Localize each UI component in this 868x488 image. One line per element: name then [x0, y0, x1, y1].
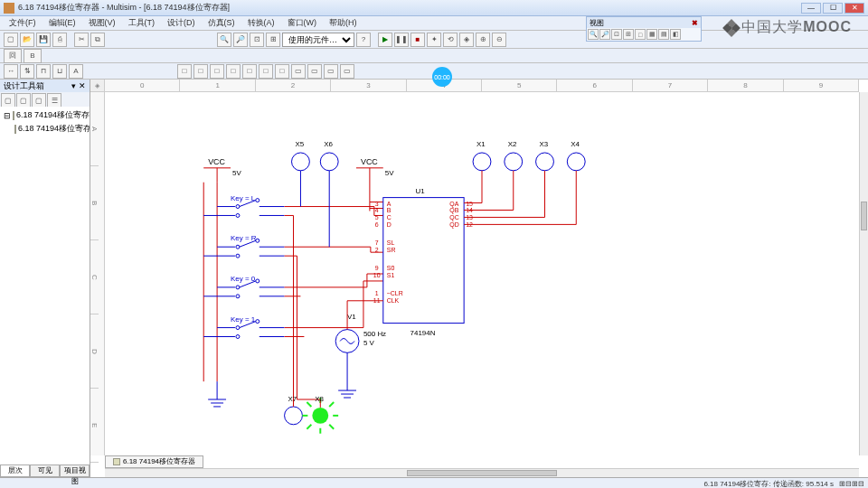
design-toolbox: 设计工具箱 ▾ ✕ ▢ ▢ ▢ ☰ ⊟6.18 74194移位寄存器 6.18 …: [0, 80, 90, 477]
comp-button[interactable]: ↔: [4, 64, 18, 79]
svg-point-11: [236, 205, 240, 209]
close-button[interactable]: ✕: [844, 3, 864, 14]
tool-button[interactable]: ◈: [459, 33, 474, 47]
view-panel[interactable]: 视图✖ 🔍 🔎 ⊡ ⊞ □ ▦ ▤ ◧: [586, 16, 702, 42]
comp-button[interactable]: □: [193, 64, 208, 79]
zoom-button[interactable]: ⊞: [623, 29, 634, 40]
zoom-area-button[interactable]: ⊞: [266, 33, 280, 47]
zoom-fit-button[interactable]: ⊡: [250, 33, 264, 47]
minimize-button[interactable]: —: [801, 3, 821, 14]
toolbox-close-icon[interactable]: ▾ ✕: [71, 81, 86, 90]
zoom-button[interactable]: ▦: [646, 29, 657, 40]
scroll-thumb[interactable]: [407, 470, 558, 476]
svg-line-142: [307, 425, 311, 429]
svg-point-29: [256, 279, 259, 283]
menu-edit[interactable]: 编辑(E): [43, 16, 81, 30]
tree-button[interactable]: ▢: [32, 93, 46, 108]
status-bar: 6.18 74194移位寄存: 传递函数: 95.514 s ⊞⊟⊞⊟: [0, 477, 868, 488]
scroll-thumb[interactable]: [861, 202, 867, 230]
svg-text:SR: SR: [387, 247, 396, 253]
menu-simulate[interactable]: 仿真(S): [203, 16, 241, 30]
tree-view[interactable]: ⊟6.18 74194移位寄存器 6.18 74194移位寄存器: [0, 107, 90, 465]
tab-project[interactable]: 项目视图: [60, 465, 90, 477]
comp-button[interactable]: ⊔: [52, 64, 67, 79]
sim-pause-button[interactable]: ❚❚: [394, 33, 409, 47]
cut-button[interactable]: ✂: [74, 33, 89, 47]
sim-run-button[interactable]: ▶: [378, 33, 392, 47]
zoom-out-button[interactable]: 🔎: [233, 33, 248, 47]
horizontal-scrollbar[interactable]: [105, 468, 859, 477]
menu-window[interactable]: 窗口(W): [282, 16, 323, 30]
status-grid: ⊞⊟⊞⊟: [839, 480, 864, 488]
tool-button[interactable]: ✦: [427, 33, 441, 47]
tab-hierarchy[interactable]: 层次: [0, 465, 30, 477]
svg-text:Key = 1: Key = 1: [231, 315, 256, 324]
svg-point-64: [292, 153, 310, 171]
zoom-button[interactable]: ◧: [670, 29, 681, 40]
svg-text:X2: X2: [508, 140, 517, 148]
zoom-button[interactable]: ▤: [658, 29, 669, 40]
comp-button[interactable]: ▭: [324, 64, 338, 79]
svg-text:X8: X8: [315, 395, 324, 403]
comp-button[interactable]: □: [210, 64, 224, 79]
menu-file[interactable]: 文件(F): [4, 16, 42, 30]
sim-stop-button[interactable]: ■: [410, 33, 425, 47]
svg-text:Key = R: Key = R: [231, 234, 257, 242]
menu-help[interactable]: 帮助(H): [324, 16, 363, 30]
zoom-button[interactable]: 🔍: [588, 29, 599, 40]
maximize-button[interactable]: ☐: [823, 3, 843, 14]
print-button[interactable]: ⎙: [52, 33, 67, 47]
comp-button[interactable]: ⊓: [36, 64, 51, 79]
new-button[interactable]: ▢: [4, 33, 18, 47]
comp-button[interactable]: □: [242, 64, 257, 79]
refresh-button[interactable]: ?: [356, 33, 371, 47]
copy-button[interactable]: ⧉: [90, 33, 105, 47]
svg-text:CLK: CLK: [387, 297, 400, 304]
tree-button[interactable]: ☰: [47, 93, 61, 108]
menu-design[interactable]: 设计(D): [162, 16, 201, 30]
app-icon: [4, 3, 14, 14]
comp-button[interactable]: ▭: [291, 64, 306, 79]
svg-text:10: 10: [373, 272, 381, 278]
vertical-scrollbar[interactable]: [859, 92, 868, 455]
zoom-button[interactable]: 🔎: [599, 29, 610, 40]
svg-text:B: B: [387, 207, 392, 213]
tree-item[interactable]: ⊟6.18 74194移位寄存器: [2, 108, 88, 122]
save-button[interactable]: 💾: [36, 33, 51, 47]
comp-button[interactable]: □: [177, 64, 192, 79]
comp-button[interactable]: ⇅: [20, 64, 34, 79]
schematic-canvas[interactable]: VCC 5V Key = L Key = R Key = 0 Key = 1: [105, 92, 859, 455]
menu-transfer[interactable]: 转换(A): [242, 16, 280, 30]
svg-point-111: [567, 153, 585, 171]
comp-button[interactable]: □: [259, 64, 273, 79]
menu-tools[interactable]: 工具(T): [123, 16, 161, 30]
open-button[interactable]: 📂: [20, 33, 34, 47]
comp-button[interactable]: □: [275, 64, 289, 79]
tree-button[interactable]: ▢: [16, 93, 31, 108]
sheet-tab[interactable]: 6.18 74194移位寄存器: [105, 455, 203, 468]
tab-visible[interactable]: 可见: [30, 465, 60, 477]
tab-button[interactable]: B: [24, 49, 42, 63]
tool-button[interactable]: ⊕: [476, 33, 490, 47]
tree-button[interactable]: ▢: [1, 93, 15, 108]
tool-button[interactable]: ⊖: [492, 33, 506, 47]
svg-point-40: [236, 335, 240, 339]
component-selector[interactable]: 使用的元件…: [282, 33, 354, 47]
zoom-button[interactable]: □: [635, 29, 646, 40]
menu-view[interactable]: 视图(V): [83, 16, 121, 30]
status-text: 6.18 74194移位寄存: 传递函数: 95.514 s: [703, 479, 834, 488]
svg-point-134: [285, 407, 303, 425]
zoom-button[interactable]: ⊡: [611, 29, 622, 40]
tool-button[interactable]: ⟲: [443, 33, 458, 47]
comp-button[interactable]: □: [226, 64, 241, 79]
comp-button[interactable]: ▭: [307, 64, 322, 79]
zoom-in-button[interactable]: 🔍: [217, 33, 231, 47]
comp-button[interactable]: A: [69, 64, 83, 79]
tree-item[interactable]: 6.18 74194移位寄存器: [2, 122, 88, 136]
panel-close-icon[interactable]: ✖: [692, 19, 698, 27]
svg-text:Key = 0: Key = 0: [231, 275, 256, 283]
comp-button[interactable]: ▭: [340, 64, 354, 79]
title-bar: 6.18 74194移位寄存器 - Multisim - [6.18 74194…: [0, 0, 868, 16]
tab-button[interactable]: 回: [4, 49, 22, 63]
menu-bar: 文件(F) 编辑(E) 视图(V) 工具(T) 设计(D) 仿真(S) 转换(A…: [0, 16, 868, 31]
